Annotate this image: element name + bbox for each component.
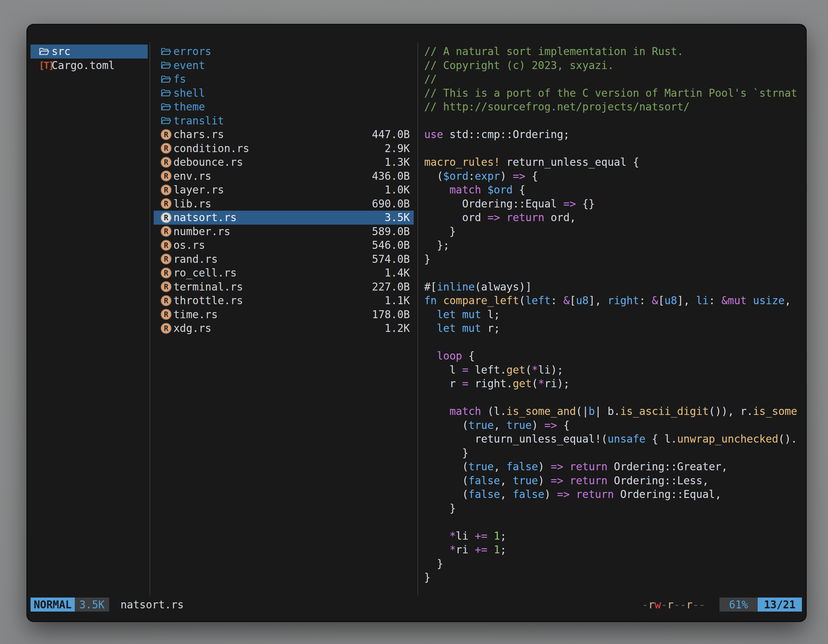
file-name: chars.rs [173, 128, 224, 141]
preview-pane: // A natural sort implementation in Rust… [424, 45, 801, 586]
file-size: 178.0B [372, 308, 414, 321]
code-line: loop { [424, 349, 801, 363]
rust-file-icon: R [161, 212, 173, 223]
code-line: (false, false) => return Ordering::Equal… [424, 487, 801, 501]
file-name: os.rs [173, 239, 205, 251]
code-line: } [424, 501, 801, 516]
file-row[interactable]: Rnatsort.rs3.5K [154, 211, 414, 225]
code-line: // A natural sort implementation in Rust… [424, 45, 801, 58]
file-row[interactable]: theme [154, 100, 414, 114]
code-line [424, 515, 801, 529]
code-line: ($ord:expr) => { [424, 169, 801, 183]
file-row[interactable]: Renv.rs436.0B [154, 169, 414, 183]
folder-open-icon [39, 46, 52, 57]
file-name: condition.rs [173, 142, 249, 155]
code-line [424, 114, 801, 128]
file-name: number.rs [173, 225, 231, 238]
file-size: 574.0B [372, 253, 414, 265]
file-name: natsort.rs [173, 211, 237, 224]
code-line: let mut r; [424, 321, 801, 335]
code-line: match $ord { [424, 183, 801, 197]
rust-file-icon: R [161, 157, 173, 168]
code-line: macro_rules! return_unless_equal { [424, 155, 801, 169]
file-row[interactable]: Rtime.rs178.0B [154, 308, 414, 322]
file-row[interactable]: Rdebounce.rs1.3K [154, 155, 414, 169]
code-line: fn compare_left(left: &[u8], right: &[u8… [424, 294, 801, 308]
file-size: 546.0B [372, 239, 414, 251]
code-line: r = right.get(*ri); [424, 377, 801, 391]
code-line: let mut l; [424, 308, 801, 322]
file-size: 227.0B [372, 280, 414, 293]
folder-open-icon [161, 102, 173, 112]
file-size: 1.4K [385, 266, 414, 279]
folder-open-icon [161, 74, 173, 85]
file-row[interactable]: Ros.rs546.0B [154, 238, 414, 252]
folder-open-icon [161, 115, 173, 126]
file-row[interactable]: src [31, 45, 147, 58]
code-line [424, 266, 801, 280]
code-line: l = left.get(*li); [424, 363, 801, 377]
cursor-position-badge: 13/21 [758, 597, 802, 611]
file-row[interactable]: Rlayer.rs1.0K [154, 183, 414, 197]
current-pane: errorseventfsshellthemetranslitRchars.rs… [154, 45, 414, 335]
file-row[interactable]: Rchars.rs447.0B [154, 128, 414, 142]
code-line: Ordering::Equal => {} [424, 197, 801, 211]
file-name: lib.rs [173, 197, 211, 210]
file-row[interactable]: translit [154, 114, 414, 128]
folder-open-icon [161, 46, 173, 57]
yazi-window: src[T]Cargo.toml errorseventfsshelltheme… [27, 25, 806, 621]
file-row[interactable]: Rterminal.rs227.0B [154, 280, 414, 294]
file-row[interactable]: Rlib.rs690.0B [154, 197, 414, 211]
pane-separator-right [417, 42, 418, 595]
pane-separator-left [149, 42, 150, 595]
code-line: *li += 1; [424, 529, 801, 543]
rust-file-icon: R [161, 240, 173, 251]
file-name: throttle.rs [173, 294, 243, 307]
code-line: (true, true) => { [424, 418, 801, 432]
file-name: xdg.rs [173, 322, 211, 334]
rust-file-icon: R [161, 295, 173, 306]
code-line: } [424, 446, 801, 460]
file-row[interactable]: Rro_cell.rs1.4K [154, 266, 414, 280]
file-row[interactable]: errors [154, 45, 414, 58]
code-line: } [424, 225, 801, 239]
code-line: // This is a port of the C version of Ma… [424, 86, 801, 100]
file-row[interactable]: Rthrottle.rs1.1K [154, 294, 414, 308]
status-bar: NORMAL 3.5K natsort.rs -rw-r--r-- 61% 13… [31, 597, 802, 611]
code-line [424, 391, 801, 405]
code-line: match (l.is_some_and(|b| b.is_ascii_digi… [424, 404, 801, 418]
parent-pane: src[T]Cargo.toml [31, 45, 147, 72]
rust-file-icon: R [161, 323, 173, 334]
file-name: src [52, 45, 71, 58]
file-row[interactable]: shell [154, 86, 414, 100]
file-row[interactable]: fs [154, 72, 414, 86]
scroll-percent-badge: 61% [720, 597, 758, 611]
file-name: fs [173, 73, 186, 85]
rust-file-icon: R [161, 185, 173, 195]
file-size: 2.9K [385, 142, 414, 155]
code-line: }; [424, 238, 801, 252]
file-name: terminal.rs [173, 280, 243, 293]
code-line: use std::cmp::Ordering; [424, 128, 801, 142]
file-row[interactable]: Rnumber.rs589.0B [154, 225, 414, 239]
code-line: // http://sourcefrog.net/projects/natsor… [424, 100, 801, 114]
code-line: ord => return ord, [424, 211, 801, 225]
code-line: // Copyright (c) 2023, sxyazi. [424, 58, 801, 72]
file-row[interactable]: [T]Cargo.toml [31, 58, 147, 72]
code-line [424, 142, 801, 155]
file-row[interactable]: event [154, 58, 414, 72]
file-size: 1.3K [385, 156, 414, 168]
file-name: theme [173, 100, 205, 113]
file-size: 3.5K [385, 211, 414, 224]
file-name: debounce.rs [173, 156, 243, 168]
file-name: rand.rs [173, 253, 218, 265]
file-row[interactable]: Rxdg.rs1.2K [154, 321, 414, 335]
file-size: 1.1K [385, 294, 414, 307]
code-line: // [424, 72, 801, 86]
rust-file-icon: R [161, 309, 173, 320]
code-line: } [424, 557, 801, 571]
file-name: Cargo.toml [52, 59, 115, 72]
file-row[interactable]: Rrand.rs574.0B [154, 252, 414, 266]
file-row[interactable]: Rcondition.rs2.9K [154, 142, 414, 155]
file-name: event [173, 59, 205, 72]
